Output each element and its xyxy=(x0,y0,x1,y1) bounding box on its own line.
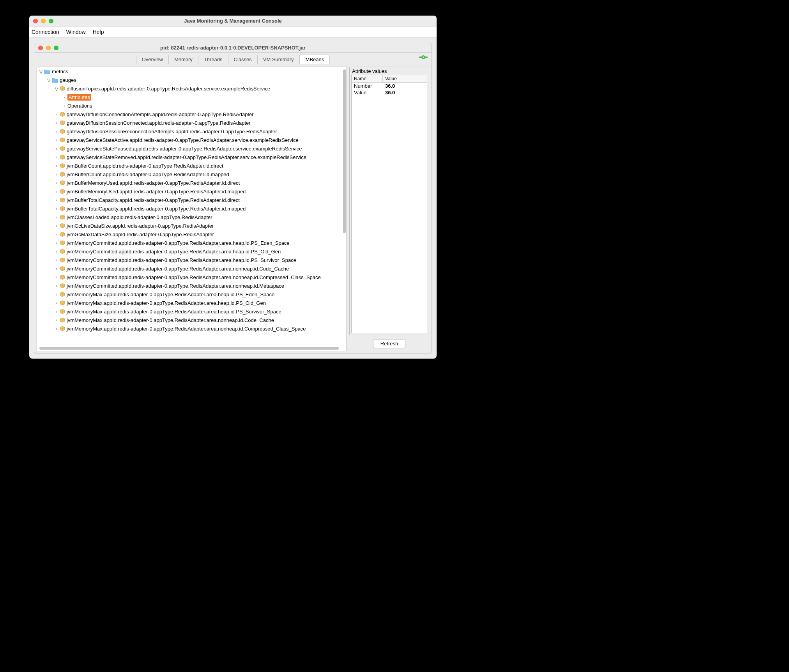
folder-icon xyxy=(44,69,50,74)
tree-label: gatewayServiceStatePaused.appId.redis-ad… xyxy=(67,146,302,152)
tree-bean[interactable]: ›gatewayDiffusionConnectionAttempts.appI… xyxy=(37,110,347,118)
tree-bean[interactable]: ›jvmMemoryCommitted.appId.redis-adapter-… xyxy=(37,247,347,256)
refresh-wrap: Refresh xyxy=(349,338,429,351)
disclosure-icon[interactable]: › xyxy=(54,241,59,245)
disclosure-icon[interactable]: › xyxy=(54,112,59,117)
disclosure-icon[interactable]: › xyxy=(54,207,59,211)
tree-bean[interactable]: ›jvmClassesLoaded.appId.redis-adapter-0.… xyxy=(37,213,347,221)
tree-bean[interactable]: ›jvmGcMaxDataSize.appId.redis-adapter-0.… xyxy=(37,230,347,239)
disclosure-icon[interactable]: › xyxy=(54,327,59,331)
disclosure-icon[interactable]: › xyxy=(54,129,59,134)
tree-bean[interactable]: ›jvmMemoryMax.appId.redis-adapter-0.appT… xyxy=(37,324,347,333)
disclosure-icon[interactable]: ⋁ xyxy=(46,78,51,82)
disclosure-icon[interactable]: ⋁ xyxy=(54,87,59,91)
tree-bean-child[interactable]: ›Attributes xyxy=(37,93,347,101)
tree-label: jvmBufferTotalCapacity.appId.redis-adapt… xyxy=(67,197,240,203)
tree-label: jvmBufferTotalCapacity.appId.redis-adapt… xyxy=(67,206,246,212)
tab-overview[interactable]: Overview xyxy=(136,55,169,64)
tree-bean[interactable]: ›jvmMemoryMax.appId.redis-adapter-0.appT… xyxy=(37,290,347,299)
disclosure-icon[interactable]: › xyxy=(54,138,59,142)
tab-memory[interactable]: Memory xyxy=(169,55,198,64)
disclosure-icon[interactable]: › xyxy=(54,258,59,262)
disclosure-icon[interactable]: › xyxy=(54,189,59,194)
disclosure-icon[interactable]: › xyxy=(54,267,59,271)
tree-bean[interactable]: ›jvmBufferMemoryUsed.appId.redis-adapter… xyxy=(37,179,347,187)
disclosure-icon[interactable]: › xyxy=(54,121,59,125)
tree-bean[interactable]: ›jvmMemoryMax.appId.redis-adapter-0.appT… xyxy=(37,316,347,324)
disclosure-icon[interactable]: › xyxy=(54,215,59,219)
tree-bean[interactable]: ›jvmMemoryCommitted.appId.redis-adapter-… xyxy=(37,281,347,290)
disclosure-icon[interactable]: ⋁ xyxy=(39,69,43,74)
disclosure-icon[interactable]: › xyxy=(54,181,59,185)
attribute-table-header: Name Value xyxy=(352,75,427,83)
tree-bean[interactable]: ›gatewayServiceStateRemoved.appId.redis-… xyxy=(37,153,347,161)
bean-icon xyxy=(60,266,65,271)
bean-icon xyxy=(60,189,65,194)
tab-classes[interactable]: Classes xyxy=(228,55,258,64)
tree-bean[interactable]: ›jvmMemoryMax.appId.redis-adapter-0.appT… xyxy=(37,307,347,316)
disclosure-icon[interactable]: › xyxy=(54,147,59,151)
menu-help[interactable]: Help xyxy=(93,29,104,35)
tree-bean[interactable]: ›jvmMemoryCommitted.appId.redis-adapter-… xyxy=(37,239,347,247)
tree-bean[interactable]: ›jvmGcLiveDataSize.appId.redis-adapter-0… xyxy=(37,221,347,230)
attr-cell-name: Value xyxy=(352,89,383,96)
tab-threads[interactable]: Threads xyxy=(198,55,228,64)
disclosure-icon[interactable]: › xyxy=(54,309,59,314)
disclosure-icon[interactable]: › xyxy=(54,224,59,228)
tree-label: jvmMemoryCommitted.appId.redis-adapter-0… xyxy=(67,240,290,246)
refresh-button[interactable]: Refresh xyxy=(373,339,406,348)
tree-label: gatewayDiffusionConnectionAttempts.appId… xyxy=(67,111,254,117)
disclosure-icon[interactable]: › xyxy=(54,318,59,322)
bean-icon xyxy=(60,146,65,151)
scrollbar-horizontal[interactable] xyxy=(39,347,339,350)
tree-bean[interactable]: ›gatewayServiceStateActive.appId.redis-a… xyxy=(37,136,347,144)
attr-col-name[interactable]: Name xyxy=(352,75,383,82)
tree-bean[interactable]: ›jvmBufferCount.appId.redis-adapter-0.ap… xyxy=(37,170,347,179)
scrollbar-vertical[interactable] xyxy=(343,69,346,233)
disclosure-icon[interactable]: › xyxy=(54,155,59,159)
menu-connection[interactable]: Connection xyxy=(32,29,59,35)
disclosure-icon[interactable]: › xyxy=(54,164,59,168)
attr-row[interactable]: Number 36.0 xyxy=(352,83,427,89)
tab-mbeans[interactable]: MBeans xyxy=(300,55,330,64)
tree-bean[interactable]: ›gatewayDiffusionSessionReconnectionAtte… xyxy=(37,127,347,136)
tree-bean[interactable]: ›jvmMemoryMax.appId.redis-adapter-0.appT… xyxy=(37,299,347,307)
tree-label: gatewayServiceStateActive.appId.redis-ad… xyxy=(67,137,299,143)
disclosure-icon[interactable]: › xyxy=(54,249,59,254)
tree-bean[interactable]: ›jvmMemoryCommitted.appId.redis-adapter-… xyxy=(37,264,347,273)
attr-col-value[interactable]: Value xyxy=(383,75,399,82)
disclosure-icon[interactable]: › xyxy=(54,284,59,288)
attr-cell-value: 36.0 xyxy=(383,89,397,96)
tree-label: gauges xyxy=(60,77,76,83)
disclosure-icon[interactable]: › xyxy=(62,95,67,99)
tree-folder-gauges[interactable]: ⋁gauges xyxy=(37,76,347,84)
tree-bean[interactable]: ›jvmBufferMemoryUsed.appId.redis-adapter… xyxy=(37,187,347,196)
tree-bean[interactable]: ›gatewayDiffusionSessionConnected.appId.… xyxy=(37,118,347,127)
disclosure-icon[interactable]: › xyxy=(54,172,59,177)
bean-icon xyxy=(60,326,65,331)
disclosure-icon[interactable]: › xyxy=(54,275,59,279)
mbean-tree-pane[interactable]: ⋁metrics⋁gauges⋁diffusionTopics.appId.re… xyxy=(37,67,347,351)
tree-bean[interactable]: ›jvmMemoryCommitted.appId.redis-adapter-… xyxy=(37,256,347,264)
tree-label: jvmBufferMemoryUsed.appId.redis-adapter-… xyxy=(67,189,246,195)
bean-icon xyxy=(60,240,65,246)
disclosure-icon[interactable]: › xyxy=(54,301,59,305)
attr-row[interactable]: Value 36.0 xyxy=(352,89,427,96)
tree-folder-metrics[interactable]: ⋁metrics xyxy=(37,67,347,76)
disclosure-icon[interactable]: › xyxy=(54,292,59,297)
inner-window: pid: 82241 redis-adapter-0.0.1-0.DEVELOP… xyxy=(34,43,432,354)
tree-bean[interactable]: ›jvmBufferTotalCapacity.appId.redis-adap… xyxy=(37,196,347,204)
tree-bean-child[interactable]: ›Operations xyxy=(37,101,347,110)
disclosure-icon[interactable]: › xyxy=(54,198,59,202)
tab-vm-summary[interactable]: VM Summary xyxy=(258,55,300,64)
bean-icon xyxy=(60,206,65,211)
tree-bean[interactable]: ›gatewayServiceStatePaused.appId.redis-a… xyxy=(37,144,347,153)
disclosure-icon[interactable]: › xyxy=(54,232,59,237)
tree-bean[interactable]: ›jvmMemoryCommitted.appId.redis-adapter-… xyxy=(37,273,347,281)
tree-bean[interactable]: ›jvmBufferTotalCapacity.appId.redis-adap… xyxy=(37,204,347,213)
tree-bean[interactable]: ›jvmBufferCount.appId.redis-adapter-0.ap… xyxy=(37,161,347,170)
tree-label: gatewayServiceStateRemoved.appId.redis-a… xyxy=(67,154,306,160)
tree-bean[interactable]: ⋁diffusionTopics.appId.redis-adapter-0.a… xyxy=(37,84,347,93)
menu-window[interactable]: Window xyxy=(66,29,86,35)
disclosure-icon[interactable]: › xyxy=(62,104,67,108)
